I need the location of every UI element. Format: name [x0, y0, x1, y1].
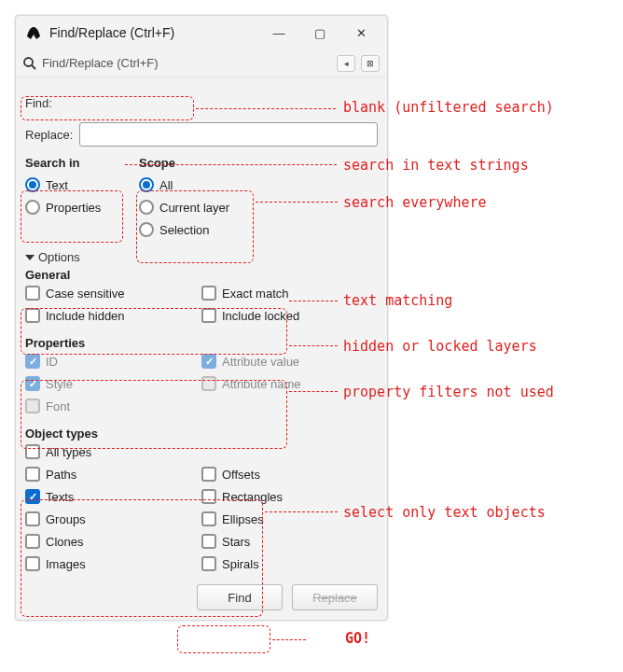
radio-properties[interactable]: Properties: [25, 196, 139, 218]
check-offsets[interactable]: Offsets: [201, 463, 378, 485]
app-icon: [23, 22, 44, 43]
scope-header: Scope: [139, 156, 279, 170]
search-icon: [21, 55, 38, 72]
ann-go: GO!: [345, 630, 370, 647]
check-groups[interactable]: Groups: [25, 508, 201, 530]
ann-hidden-locked: hidden or locked layers: [343, 338, 537, 355]
check-paths[interactable]: Paths: [25, 463, 201, 485]
find-replace-dialog: Find/Replace (Ctrl+F) — ▢ ✕ Find/Replace…: [15, 15, 388, 621]
check-include-hidden[interactable]: Include hidden: [25, 304, 201, 327]
radio-all[interactable]: All: [139, 174, 279, 196]
dock-back-button[interactable]: ◂: [337, 55, 355, 72]
dock-header: Find/Replace (Ctrl+F) ◂ ⊠: [16, 49, 387, 77]
find-input[interactable]: [79, 91, 378, 115]
dock-close-button[interactable]: ⊠: [361, 55, 380, 72]
dock-title: Find/Replace (Ctrl+F): [42, 56, 331, 70]
options-toggle[interactable]: Options: [25, 250, 378, 264]
titlebar: Find/Replace (Ctrl+F) — ▢ ✕: [16, 16, 387, 49]
check-clones[interactable]: Clones: [25, 530, 201, 553]
search-in-header: Search in: [25, 156, 139, 170]
check-texts[interactable]: Texts: [25, 485, 201, 508]
check-stars[interactable]: Stars: [201, 530, 378, 553]
ann-search-text: search in text strings: [343, 157, 529, 174]
minimize-button[interactable]: —: [258, 18, 299, 48]
ann-search-everywhere: search everywhere: [343, 194, 487, 211]
replace-button[interactable]: Replace: [292, 584, 378, 610]
properties-header: Properties: [25, 336, 85, 350]
radio-current-layer[interactable]: Current layer: [139, 196, 279, 218]
chevron-down-icon: [25, 255, 35, 260]
check-style: Style: [25, 372, 201, 395]
window-title: Find/Replace (Ctrl+F): [49, 25, 258, 40]
radio-text[interactable]: Text: [25, 174, 139, 196]
general-header: General: [25, 268, 70, 282]
ann-blank: blank (unfiltered search): [343, 99, 554, 116]
close-button[interactable]: ✕: [340, 18, 381, 48]
radio-selection[interactable]: Selection: [139, 218, 279, 241]
check-spirals[interactable]: Spirals: [201, 553, 378, 575]
svg-point-0: [24, 58, 33, 66]
replace-label: Replace:: [25, 128, 79, 142]
check-case-sensitive[interactable]: Case sensitive: [25, 282, 201, 304]
ann-box-findbtn: [177, 625, 270, 653]
ann-text-objects: select only text objects: [343, 504, 546, 521]
check-all-types[interactable]: All types: [25, 441, 378, 463]
ann-prop-filters: property filters not used: [343, 384, 554, 400]
ann-text-matching: text matching: [343, 292, 452, 309]
find-label: Find:: [25, 96, 79, 110]
svg-line-1: [32, 65, 35, 69]
maximize-button[interactable]: ▢: [299, 18, 340, 48]
check-font: Font: [25, 395, 201, 417]
replace-input[interactable]: [79, 122, 378, 147]
check-id: ID: [25, 350, 201, 372]
check-images[interactable]: Images: [25, 553, 201, 575]
ann-line-findbtn: [272, 639, 306, 640]
object-types-header: Object types: [25, 427, 98, 441]
find-button[interactable]: Find: [197, 584, 283, 610]
